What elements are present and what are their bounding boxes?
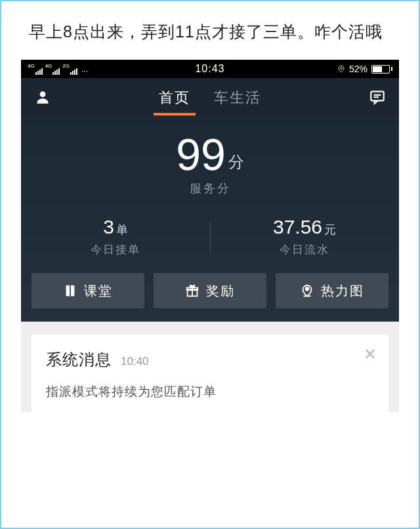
svg-point-10 xyxy=(305,287,309,291)
svg-rect-6 xyxy=(70,286,71,297)
score-label: 服务分 xyxy=(21,180,399,196)
tab-home[interactable]: 首页 xyxy=(156,79,193,116)
service-score[interactable]: 99分 服务分 xyxy=(21,132,399,196)
revenue-label: 今日流水 xyxy=(210,242,399,257)
reward-button[interactable]: 奖励 xyxy=(154,273,266,308)
messages-icon[interactable] xyxy=(369,89,386,106)
gift-icon xyxy=(185,284,200,298)
caption-text: 早上8点出来，弄到11点才接了三单。咋个活哦 xyxy=(29,22,383,41)
revenue-unit: 元 xyxy=(324,223,336,236)
svg-rect-2 xyxy=(371,91,384,100)
orders-value: 3 xyxy=(103,216,114,238)
post-caption: 早上8点出来，弄到11点才接了三单。咋个活哦 xyxy=(1,1,419,60)
stats-row: 3单 今日接单 37.56元 今日流水 xyxy=(21,216,399,257)
message-title: 系统消息 xyxy=(46,349,112,370)
heatmap-label: 热力图 xyxy=(321,282,364,300)
status-bar: 4G 4G 2G ··· 10:43 52% xyxy=(21,60,399,78)
message-time: 10:40 xyxy=(121,355,149,368)
svg-point-1 xyxy=(40,91,46,97)
score-value: 99 xyxy=(176,132,226,177)
message-area: 系统消息 10:40 ✕ 指派模式将持续为您匹配订单 xyxy=(21,322,399,412)
classroom-button[interactable]: 课堂 xyxy=(32,273,144,308)
profile-icon[interactable] xyxy=(34,89,51,106)
map-pin-icon xyxy=(300,284,314,298)
close-icon[interactable]: ✕ xyxy=(364,347,377,362)
screenshot-frame: 4G 4G 2G ··· 10:43 52% xyxy=(21,60,399,412)
classroom-label: 课堂 xyxy=(84,282,113,300)
stats-divider xyxy=(210,222,211,251)
tab-carlife[interactable]: 车生活 xyxy=(211,79,264,116)
orders-label: 今日接单 xyxy=(21,242,210,257)
score-unit: 分 xyxy=(228,153,244,171)
book-icon xyxy=(63,284,77,298)
dashboard-panel: 99分 服务分 3单 今日接单 37.56元 今日流水 xyxy=(21,116,399,322)
top-nav: 首页 车生活 xyxy=(21,78,399,116)
battery-icon xyxy=(371,65,392,74)
message-body: 指派模式将持续为您匹配订单 xyxy=(46,383,374,400)
stat-orders[interactable]: 3单 今日接单 xyxy=(21,216,210,257)
stat-revenue[interactable]: 37.56元 今日流水 xyxy=(210,216,399,257)
revenue-value: 37.56 xyxy=(273,216,322,238)
tab-carlife-label: 车生活 xyxy=(214,89,261,106)
status-time: 10:43 xyxy=(21,63,399,75)
heatmap-button[interactable]: 热力图 xyxy=(276,273,388,308)
reward-label: 奖励 xyxy=(206,282,235,300)
tab-home-label: 首页 xyxy=(159,89,190,106)
system-message-card[interactable]: 系统消息 10:40 ✕ 指派模式将持续为您匹配订单 xyxy=(32,335,388,412)
action-row: 课堂 奖励 热力图 xyxy=(21,257,399,308)
orders-unit: 单 xyxy=(116,223,128,236)
